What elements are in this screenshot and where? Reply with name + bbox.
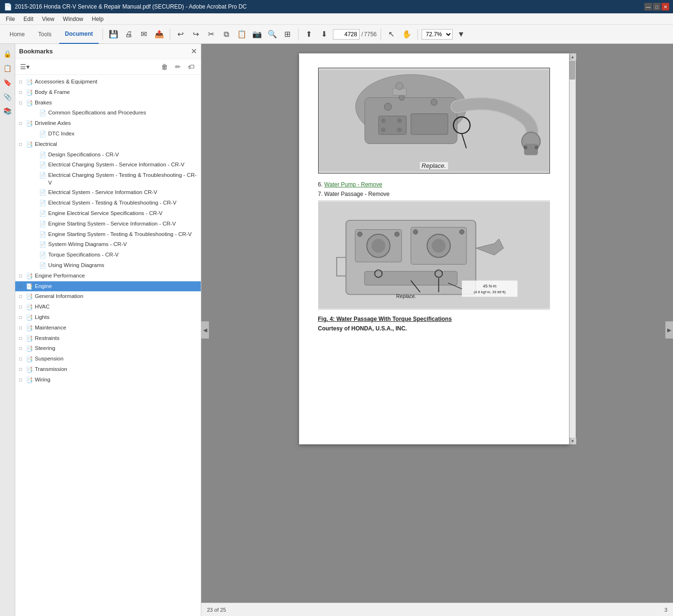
step-7-text: 7. Water Passage - Remove [318,191,550,197]
bookmarks-delete-button[interactable]: 🗑 [159,61,170,72]
svg-text:45 N·m: 45 N·m [483,284,496,288]
search-button[interactable]: 🔍 [266,28,279,41]
svg-point-6 [399,95,404,101]
pdf-page[interactable]: Replace. 6. Water Pump - Remove 7. Water… [201,44,673,603]
content-area: ◀ ▶ [201,44,673,616]
maximize-button[interactable]: □ [653,3,661,10]
bm-general-info[interactable]: □ 📑 General Information [15,291,201,302]
paste-button[interactable]: 📋 [235,28,248,41]
bm-torque-specs[interactable]: 📄 Torque Specifications - CR-V [15,250,201,260]
minimize-button[interactable]: — [644,3,652,10]
upload-button[interactable]: ⬆ [302,28,316,41]
bm-using-wiring[interactable]: 📄 Using Wiring Diagrams [15,260,201,271]
cursor-tool[interactable]: ↖ [385,28,398,41]
menu-window[interactable]: Window [59,15,87,23]
bookmarks-icon[interactable]: 🔖 [1,76,14,89]
snapshot-button[interactable]: 📷 [250,28,264,41]
bm-restraints[interactable]: □ 📑 Restraints [15,333,201,344]
separator5 [417,29,418,40]
lock-icon[interactable]: 🔒 [1,48,14,60]
expand-right-button[interactable]: ▶ [665,321,673,339]
bm-engine-starting-service[interactable]: 📄 Engine Starting System - Service Infor… [15,219,201,229]
engine-svg [319,68,549,173]
scroll-down-button[interactable]: ▼ [569,438,576,444]
tab-tools[interactable]: Tools [32,25,57,44]
bm-wiring[interactable]: □ 📑 Wiring [15,375,201,385]
bm-common-specs[interactable]: 📄 Common Specifications and Procedures [15,108,201,118]
hand-tool[interactable]: ✋ [400,28,414,41]
bookmarks-add-button[interactable]: 🏷 [186,61,197,72]
combine-button[interactable]: ⊞ [281,28,294,41]
bookmarks-edit-button[interactable]: ✏ [172,61,184,72]
bm-label-restraints: Restraints [35,334,199,342]
tab-home[interactable]: Home [4,25,31,44]
pages-icon[interactable]: 📋 [1,62,14,74]
zoom-dropdown[interactable]: ▼ [455,28,468,41]
bookmarks-close-button[interactable]: ✕ [191,47,197,56]
zoom-select[interactable]: 72.7% [422,29,453,40]
bm-suspension[interactable]: □ 📑 Suspension [15,354,201,364]
bm-transmission[interactable]: □ 📑 Transmission [15,364,201,375]
bm-system-wiring[interactable]: 📄 System Wiring Diagrams - CR-V [15,239,201,250]
figure-caption: Fig. 4: Water Passage With Torque Specif… [318,316,550,322]
bm-engine[interactable]: □ 📑 Engine [15,281,201,292]
bm-dtc-index[interactable]: 📄 DTC Index [15,129,201,139]
bm-maintenance[interactable]: □ 📑 Maintenance [15,323,201,333]
print-button[interactable]: 🖨 [122,28,135,41]
bm-driveline[interactable]: □ 📑 Driveline Axles [15,118,201,129]
scroll-thumb[interactable] [569,61,575,80]
svg-point-17 [397,128,402,133]
bm-engine-elec-specs[interactable]: 📄 Engine Electrical Service Specificatio… [15,208,201,219]
total-pages: / 7756 [362,31,377,38]
download-button[interactable]: ⬇ [318,28,331,41]
page-number-input[interactable] [333,29,360,40]
svg-point-16 [381,128,385,133]
bm-electrical[interactable]: □ 📑 Electrical [15,139,201,150]
close-button[interactable]: ✕ [662,3,669,10]
email-button[interactable]: ✉ [137,28,151,41]
menu-help[interactable]: Help [88,15,108,23]
bm-icon-engine-starting-service: 📄 [39,220,47,228]
bm-elec-charging-testing[interactable]: 📄 Electrical Charging System - Testing &… [15,170,201,187]
collapse-panel-button[interactable]: ◀ [201,321,209,339]
bm-brakes[interactable]: □ 📑 Brakes [15,98,201,108]
menu-view[interactable]: View [38,15,58,23]
bm-engine-starting-testing[interactable]: 📄 Engine Starting System - Testing & Tro… [15,229,201,240]
bm-elec-system-service[interactable]: 📄 Electrical System - Service Informatio… [15,187,201,198]
save-button[interactable]: 💾 [107,28,120,41]
svg-point-30 [413,230,418,235]
copy-button[interactable]: ⧉ [220,28,233,41]
toggle-accessories: □ [19,79,25,85]
bm-engine-performance[interactable]: □ 📑 Engine Performance [15,271,201,281]
svg-point-19 [395,82,403,90]
layers-icon[interactable]: 📚 [1,105,14,117]
bm-icon-engine-starting-testing: 📄 [39,231,47,239]
bm-design-specs[interactable]: 📄 Design Specifications - CR-V [15,150,201,160]
tab-document[interactable]: Document [59,25,99,44]
bm-elec-system-testing[interactable]: 📄 Electrical System - Testing & Troubles… [15,198,201,208]
bm-lights[interactable]: □ 📑 Lights [15,312,201,323]
bm-label-engine-elec-specs: Engine Electrical Service Specifications… [48,209,199,217]
bm-icon-common-specs: 📄 [39,109,47,117]
bm-accessories[interactable]: □ 📑 Accessories & Equipment [15,77,201,87]
scroll-up-button[interactable]: ▲ [569,53,576,60]
bm-hvac[interactable]: □ 📑 HVAC [15,302,201,312]
undo-button[interactable]: ↩ [174,28,187,41]
bm-icon-lights: 📑 [26,314,33,322]
water-pump-link[interactable]: Water Pump - Remove [324,181,383,188]
bookmarks-menu-button[interactable]: ☰▾ [19,61,31,72]
attachments-icon[interactable]: 📎 [1,91,14,103]
toggle-hvac: □ [19,304,25,310]
pdf-scrollbar[interactable]: ▲ ▼ [569,53,576,444]
bm-steering[interactable]: □ 📑 Steering [15,343,201,354]
bm-elec-charging-service[interactable]: 📄 Electrical Charging System - Service I… [15,160,201,170]
bm-icon-engine-performance: 📑 [26,272,33,280]
cut-button[interactable]: ✂ [205,28,218,41]
menu-file[interactable]: File [2,15,19,23]
bookmarks-panel: Bookmarks ✕ ☰▾ 🗑 ✏ 🏷 □ 📑 Accessories & E… [15,44,201,616]
bm-body-frame[interactable]: □ 📑 Body & Frame [15,87,201,98]
bm-icon-suspension: 📑 [26,355,33,363]
menu-edit[interactable]: Edit [20,15,37,23]
export-button[interactable]: 📤 [153,28,166,41]
redo-button[interactable]: ↪ [189,28,203,41]
